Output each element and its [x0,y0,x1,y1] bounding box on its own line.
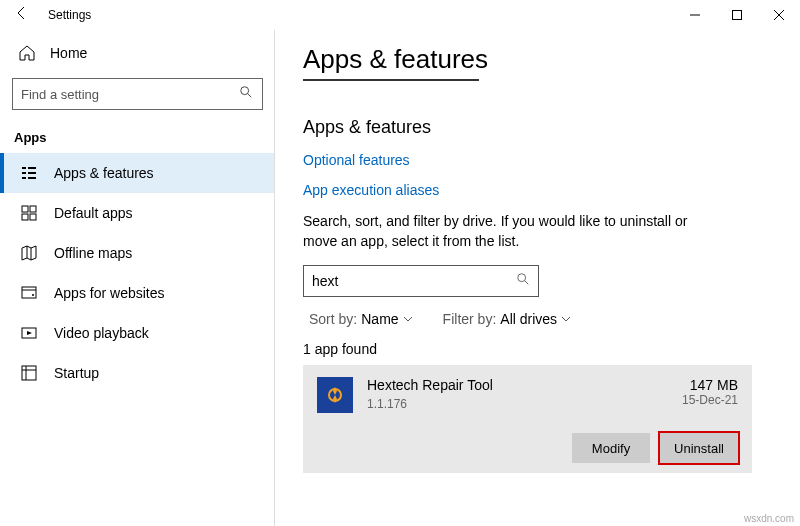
app-date: 15-Dec-21 [682,393,738,407]
sidebar-item-label: Video playback [54,325,149,341]
sidebar-search-input[interactable] [21,87,238,102]
apps-websites-icon [20,284,38,302]
apps-features-icon [20,164,38,182]
filter-value: All drives [500,311,557,327]
body: Home Apps Apps & features [0,30,800,526]
sort-by-dropdown[interactable]: Sort by: Name [309,311,413,327]
svg-rect-12 [22,206,28,212]
page-title: Apps & features [303,44,752,75]
svg-rect-15 [30,214,36,220]
app-search-input[interactable] [312,273,516,289]
svg-rect-14 [22,214,28,220]
app-search-box[interactable] [303,265,539,297]
sidebar-item-label: Apps for websites [54,285,165,301]
svg-rect-10 [28,172,36,174]
search-icon [238,85,254,103]
svg-rect-9 [28,167,36,169]
app-right: 147 MB 15-Dec-21 [682,377,738,413]
app-meta: Hextech Repair Tool 1.1.176 [367,377,668,413]
section-heading: Apps & features [303,117,752,138]
sort-filter-row: Sort by: Name Filter by: All drives [303,311,752,327]
svg-rect-11 [28,177,36,179]
back-button[interactable] [8,5,36,25]
sidebar-nav: Apps & features Default apps Offline map… [0,153,275,393]
app-card-actions: Modify Uninstall [317,433,738,463]
sidebar-section-title: Apps [0,124,275,153]
svg-rect-22 [22,366,36,380]
modify-button[interactable]: Modify [572,433,650,463]
app-list-item[interactable]: Hextech Repair Tool 1.1.176 147 MB 15-De… [303,365,752,473]
sidebar-item-label: Startup [54,365,99,381]
app-icon [317,377,353,413]
page-title-underline [303,79,479,81]
svg-rect-6 [22,167,26,169]
search-icon [516,272,530,290]
sidebar-search[interactable] [12,78,263,110]
sort-value: Name [361,311,398,327]
chevron-down-icon [561,311,571,327]
svg-point-20 [32,294,34,296]
svg-point-4 [241,87,249,95]
window-controls [674,0,800,30]
svg-line-5 [248,94,252,98]
titlebar: Settings [0,0,800,30]
minimize-button[interactable] [674,0,716,30]
sidebar-item-apps-websites[interactable]: Apps for websites [0,273,275,313]
sidebar-divider [274,30,275,526]
svg-rect-1 [733,11,742,20]
svg-rect-18 [22,287,36,298]
sidebar-item-label: Default apps [54,205,133,221]
sidebar-item-startup[interactable]: Startup [0,353,275,393]
svg-rect-7 [22,172,26,174]
sidebar-item-apps-features[interactable]: Apps & features [0,153,275,193]
filter-label: Filter by: [443,311,497,327]
svg-rect-8 [22,177,26,179]
filter-by-dropdown[interactable]: Filter by: All drives [443,311,571,327]
close-button[interactable] [758,0,800,30]
sidebar-item-offline-maps[interactable]: Offline maps [0,233,275,273]
sidebar-item-label: Apps & features [54,165,154,181]
apps-found-count: 1 app found [303,341,752,357]
svg-point-25 [518,274,526,282]
svg-line-26 [525,281,529,285]
settings-window: Settings Home Apps [0,0,800,526]
home-icon [18,44,36,62]
app-version: 1.1.176 [367,397,668,411]
titlebar-left: Settings [8,5,91,25]
sort-label: Sort by: [309,311,357,327]
home-nav[interactable]: Home [0,36,275,72]
sidebar-item-label: Offline maps [54,245,132,261]
sidebar-item-default-apps[interactable]: Default apps [0,193,275,233]
maximize-button[interactable] [716,0,758,30]
chevron-down-icon [403,311,413,327]
description-text: Search, sort, and filter by drive. If yo… [303,212,703,251]
sidebar-item-video-playback[interactable]: Video playback [0,313,275,353]
optional-features-link[interactable]: Optional features [303,152,752,168]
watermark: wsxdn.com [744,513,794,524]
home-label: Home [50,45,87,61]
app-name: Hextech Repair Tool [367,377,668,393]
video-playback-icon [20,324,38,342]
offline-maps-icon [20,244,38,262]
sidebar: Home Apps Apps & features [0,30,275,526]
window-title: Settings [48,8,91,22]
app-size: 147 MB [690,377,738,393]
default-apps-icon [20,204,38,222]
startup-icon [20,364,38,382]
app-execution-aliases-link[interactable]: App execution aliases [303,182,752,198]
svg-rect-13 [30,206,36,212]
uninstall-button[interactable]: Uninstall [660,433,738,463]
app-card-top: Hextech Repair Tool 1.1.176 147 MB 15-De… [317,377,738,413]
main-content: Apps & features Apps & features Optional… [275,30,800,526]
